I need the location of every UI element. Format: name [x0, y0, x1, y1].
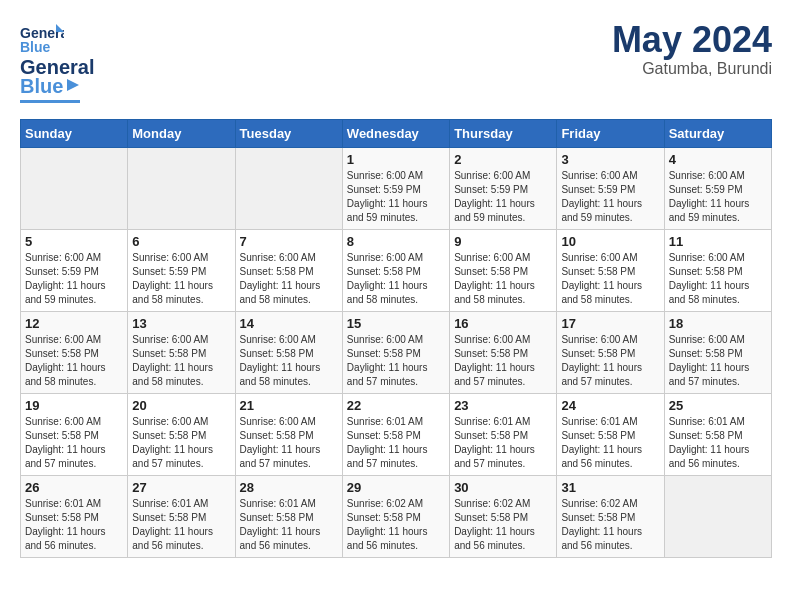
day-number: 6: [132, 234, 230, 249]
day-of-week-header: Monday: [128, 120, 235, 148]
day-number: 25: [669, 398, 767, 413]
title-block: May 2024 Gatumba, Burundi: [612, 20, 772, 78]
day-number: 29: [347, 480, 445, 495]
calendar-cell: [235, 148, 342, 230]
day-number: 13: [132, 316, 230, 331]
day-number: 21: [240, 398, 338, 413]
calendar-cell: 19Sunrise: 6:00 AM Sunset: 5:58 PM Dayli…: [21, 394, 128, 476]
day-info: Sunrise: 6:01 AM Sunset: 5:58 PM Dayligh…: [132, 497, 230, 553]
day-info: Sunrise: 6:00 AM Sunset: 5:58 PM Dayligh…: [25, 415, 123, 471]
calendar-cell: 4Sunrise: 6:00 AM Sunset: 5:59 PM Daylig…: [664, 148, 771, 230]
day-info: Sunrise: 6:01 AM Sunset: 5:58 PM Dayligh…: [561, 415, 659, 471]
calendar-week-row: 1Sunrise: 6:00 AM Sunset: 5:59 PM Daylig…: [21, 148, 772, 230]
month-year-title: May 2024: [612, 20, 772, 60]
day-number: 20: [132, 398, 230, 413]
calendar-cell: 9Sunrise: 6:00 AM Sunset: 5:58 PM Daylig…: [450, 230, 557, 312]
calendar-cell: 7Sunrise: 6:00 AM Sunset: 5:58 PM Daylig…: [235, 230, 342, 312]
day-of-week-header: Tuesday: [235, 120, 342, 148]
day-number: 4: [669, 152, 767, 167]
calendar-week-row: 12Sunrise: 6:00 AM Sunset: 5:58 PM Dayli…: [21, 312, 772, 394]
svg-text:Blue: Blue: [20, 39, 51, 55]
day-info: Sunrise: 6:00 AM Sunset: 5:58 PM Dayligh…: [669, 333, 767, 389]
day-number: 31: [561, 480, 659, 495]
calendar-cell: 24Sunrise: 6:01 AM Sunset: 5:58 PM Dayli…: [557, 394, 664, 476]
calendar-cell: 11Sunrise: 6:00 AM Sunset: 5:58 PM Dayli…: [664, 230, 771, 312]
day-of-week-header: Wednesday: [342, 120, 449, 148]
day-info: Sunrise: 6:00 AM Sunset: 5:58 PM Dayligh…: [132, 415, 230, 471]
day-info: Sunrise: 6:00 AM Sunset: 5:58 PM Dayligh…: [347, 333, 445, 389]
day-number: 19: [25, 398, 123, 413]
day-info: Sunrise: 6:02 AM Sunset: 5:58 PM Dayligh…: [454, 497, 552, 553]
day-number: 14: [240, 316, 338, 331]
day-info: Sunrise: 6:00 AM Sunset: 5:58 PM Dayligh…: [454, 251, 552, 307]
day-number: 8: [347, 234, 445, 249]
calendar-cell: 15Sunrise: 6:00 AM Sunset: 5:58 PM Dayli…: [342, 312, 449, 394]
day-info: Sunrise: 6:01 AM Sunset: 5:58 PM Dayligh…: [347, 415, 445, 471]
day-info: Sunrise: 6:00 AM Sunset: 5:58 PM Dayligh…: [240, 415, 338, 471]
calendar-table: SundayMondayTuesdayWednesdayThursdayFrid…: [20, 119, 772, 558]
day-of-week-header: Sunday: [21, 120, 128, 148]
day-number: 24: [561, 398, 659, 413]
calendar-cell: 28Sunrise: 6:01 AM Sunset: 5:58 PM Dayli…: [235, 476, 342, 558]
calendar-cell: 25Sunrise: 6:01 AM Sunset: 5:58 PM Dayli…: [664, 394, 771, 476]
day-info: Sunrise: 6:00 AM Sunset: 5:59 PM Dayligh…: [561, 169, 659, 225]
calendar-cell: 5Sunrise: 6:00 AM Sunset: 5:59 PM Daylig…: [21, 230, 128, 312]
day-info: Sunrise: 6:00 AM Sunset: 5:59 PM Dayligh…: [454, 169, 552, 225]
day-number: 26: [25, 480, 123, 495]
day-info: Sunrise: 6:01 AM Sunset: 5:58 PM Dayligh…: [240, 497, 338, 553]
day-number: 30: [454, 480, 552, 495]
calendar-cell: 27Sunrise: 6:01 AM Sunset: 5:58 PM Dayli…: [128, 476, 235, 558]
calendar-week-row: 19Sunrise: 6:00 AM Sunset: 5:58 PM Dayli…: [21, 394, 772, 476]
day-info: Sunrise: 6:00 AM Sunset: 5:58 PM Dayligh…: [25, 333, 123, 389]
day-of-week-header: Saturday: [664, 120, 771, 148]
svg-marker-3: [67, 79, 79, 91]
calendar-cell: [664, 476, 771, 558]
calendar-cell: [21, 148, 128, 230]
calendar-cell: 29Sunrise: 6:02 AM Sunset: 5:58 PM Dayli…: [342, 476, 449, 558]
calendar-cell: [128, 148, 235, 230]
calendar-cell: 10Sunrise: 6:00 AM Sunset: 5:58 PM Dayli…: [557, 230, 664, 312]
logo-underline: [20, 100, 80, 103]
calendar-week-row: 5Sunrise: 6:00 AM Sunset: 5:59 PM Daylig…: [21, 230, 772, 312]
day-number: 27: [132, 480, 230, 495]
day-of-week-header: Friday: [557, 120, 664, 148]
day-info: Sunrise: 6:00 AM Sunset: 5:58 PM Dayligh…: [561, 333, 659, 389]
day-number: 9: [454, 234, 552, 249]
day-number: 15: [347, 316, 445, 331]
calendar-cell: 26Sunrise: 6:01 AM Sunset: 5:58 PM Dayli…: [21, 476, 128, 558]
day-info: Sunrise: 6:01 AM Sunset: 5:58 PM Dayligh…: [669, 415, 767, 471]
day-number: 7: [240, 234, 338, 249]
calendar-cell: 18Sunrise: 6:00 AM Sunset: 5:58 PM Dayli…: [664, 312, 771, 394]
day-number: 22: [347, 398, 445, 413]
day-info: Sunrise: 6:01 AM Sunset: 5:58 PM Dayligh…: [454, 415, 552, 471]
day-number: 17: [561, 316, 659, 331]
day-number: 18: [669, 316, 767, 331]
calendar-week-row: 26Sunrise: 6:01 AM Sunset: 5:58 PM Dayli…: [21, 476, 772, 558]
calendar-cell: 3Sunrise: 6:00 AM Sunset: 5:59 PM Daylig…: [557, 148, 664, 230]
day-info: Sunrise: 6:02 AM Sunset: 5:58 PM Dayligh…: [347, 497, 445, 553]
day-info: Sunrise: 6:00 AM Sunset: 5:58 PM Dayligh…: [240, 333, 338, 389]
day-info: Sunrise: 6:00 AM Sunset: 5:58 PM Dayligh…: [240, 251, 338, 307]
day-info: Sunrise: 6:00 AM Sunset: 5:59 PM Dayligh…: [347, 169, 445, 225]
calendar-cell: 16Sunrise: 6:00 AM Sunset: 5:58 PM Dayli…: [450, 312, 557, 394]
day-number: 2: [454, 152, 552, 167]
calendar-cell: 14Sunrise: 6:00 AM Sunset: 5:58 PM Dayli…: [235, 312, 342, 394]
day-number: 3: [561, 152, 659, 167]
day-info: Sunrise: 6:02 AM Sunset: 5:58 PM Dayligh…: [561, 497, 659, 553]
day-number: 28: [240, 480, 338, 495]
day-number: 1: [347, 152, 445, 167]
calendar-cell: 8Sunrise: 6:00 AM Sunset: 5:58 PM Daylig…: [342, 230, 449, 312]
logo-blue: Blue: [20, 75, 63, 98]
calendar-cell: 21Sunrise: 6:00 AM Sunset: 5:58 PM Dayli…: [235, 394, 342, 476]
day-number: 11: [669, 234, 767, 249]
day-info: Sunrise: 6:01 AM Sunset: 5:58 PM Dayligh…: [25, 497, 123, 553]
day-info: Sunrise: 6:00 AM Sunset: 5:58 PM Dayligh…: [669, 251, 767, 307]
day-number: 12: [25, 316, 123, 331]
calendar-cell: 12Sunrise: 6:00 AM Sunset: 5:58 PM Dayli…: [21, 312, 128, 394]
day-info: Sunrise: 6:00 AM Sunset: 5:59 PM Dayligh…: [669, 169, 767, 225]
location-subtitle: Gatumba, Burundi: [612, 60, 772, 78]
calendar-cell: 20Sunrise: 6:00 AM Sunset: 5:58 PM Dayli…: [128, 394, 235, 476]
calendar-cell: 13Sunrise: 6:00 AM Sunset: 5:58 PM Dayli…: [128, 312, 235, 394]
day-info: Sunrise: 6:00 AM Sunset: 5:58 PM Dayligh…: [132, 333, 230, 389]
calendar-cell: 2Sunrise: 6:00 AM Sunset: 5:59 PM Daylig…: [450, 148, 557, 230]
